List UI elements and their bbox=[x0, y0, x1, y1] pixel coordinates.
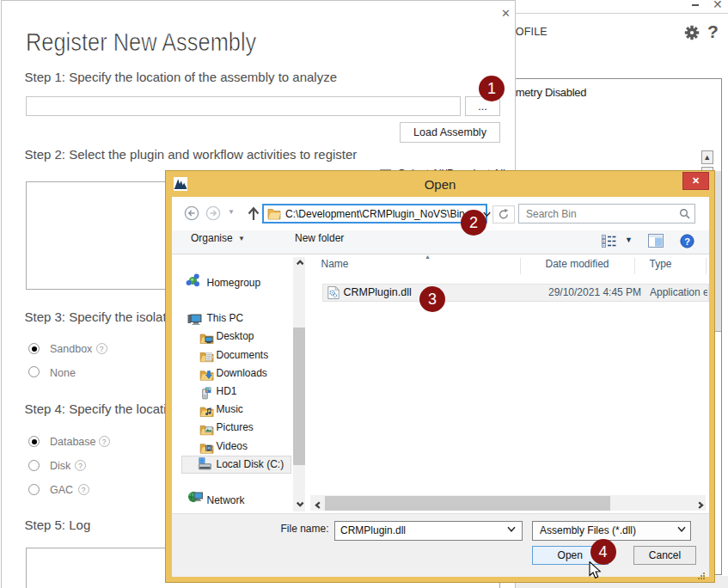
svg-text:?: ? bbox=[684, 236, 690, 247]
